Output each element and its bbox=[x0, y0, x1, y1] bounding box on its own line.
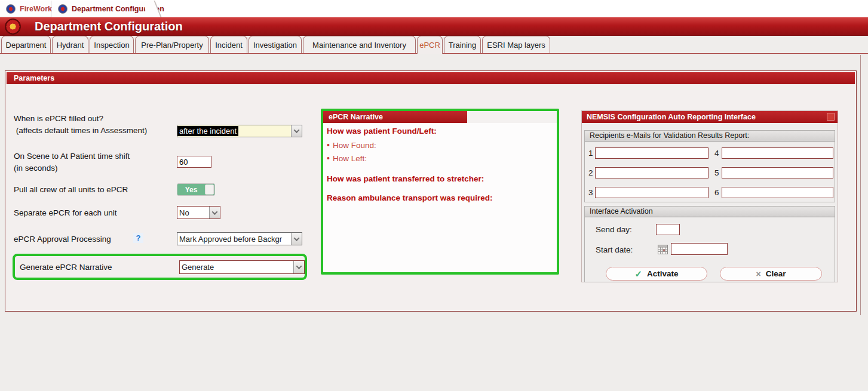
separate-epcr-dropdown[interactable]: No bbox=[177, 206, 220, 219]
page-title: Department Configuration bbox=[35, 20, 183, 33]
tab-inspection[interactable]: Inspection bbox=[90, 36, 134, 54]
x-icon: × bbox=[756, 269, 761, 279]
email-slot-number: 3 bbox=[588, 188, 593, 197]
close-icon[interactable] bbox=[827, 113, 835, 121]
pull-crew-toggle[interactable]: Yes bbox=[177, 183, 215, 196]
narrative-line: How was patient Found/Left: bbox=[327, 127, 437, 136]
narrative-line: How Left: bbox=[327, 153, 367, 163]
content-right-border bbox=[860, 55, 861, 315]
when-filled-value: after the incident bbox=[177, 126, 238, 136]
start-date-input[interactable] bbox=[671, 243, 728, 255]
nemsis-panel: NEMSIS Configuration Auto Reporting Inte… bbox=[581, 110, 838, 282]
approval-processing-dropdown[interactable]: Mark Approved before Backgr bbox=[177, 232, 302, 245]
email-input-3[interactable] bbox=[595, 187, 708, 198]
calendar-icon[interactable] bbox=[658, 244, 668, 254]
when-filled-label-line2: (affects default times in Assessment) bbox=[14, 126, 147, 135]
chevron-down-icon bbox=[294, 127, 300, 133]
email-input-4[interactable] bbox=[722, 147, 833, 159]
time-shift-label: On Scene to At Patient time shift(in sec… bbox=[14, 150, 130, 174]
email-input-1[interactable] bbox=[595, 147, 708, 159]
tab-maintenance-and-inventory[interactable]: Maintenance and Inventory bbox=[303, 36, 416, 54]
tab-investigation[interactable]: Investigation bbox=[249, 36, 302, 54]
email-slot-number: 5 bbox=[714, 168, 719, 177]
time-shift-label-line1: On Scene to At Patient time shift bbox=[14, 152, 130, 161]
recipients-group: Recipients e-Mails for Validation Result… bbox=[584, 130, 835, 202]
window-tab-department-configuration[interactable]: Department Configuration bbox=[52, 1, 152, 17]
narrative-line: How Found: bbox=[327, 140, 376, 150]
narrative-line: Reason ambulance transport was required: bbox=[327, 193, 493, 202]
approval-processing-value: Mark Approved before Backgr bbox=[177, 235, 282, 244]
tab-epcr[interactable]: ePCR bbox=[417, 36, 443, 54]
generate-narrative-dropdown[interactable]: Generate bbox=[179, 260, 305, 274]
separate-epcr-label: Separate ePCR for each unit bbox=[14, 207, 117, 219]
window-tab-strip: FireWorks Department Configuration bbox=[0, 0, 868, 17]
when-filled-label: When is ePCR filled out? (affects defaul… bbox=[14, 113, 147, 137]
when-filled-label-line1: When is ePCR filled out? bbox=[14, 114, 103, 123]
window-tab-fireworks[interactable]: FireWorks bbox=[0, 1, 51, 17]
tab-training[interactable]: Training bbox=[444, 36, 481, 54]
tab-department[interactable]: Department bbox=[1, 36, 51, 54]
recipients-group-header: Recipients e-Mails for Validation Result… bbox=[585, 131, 835, 141]
help-icon[interactable]: ? bbox=[133, 233, 143, 243]
when-filled-dropdown[interactable]: after the incident bbox=[177, 125, 302, 137]
approval-processing-label: ePCR Approval Processing bbox=[14, 233, 111, 245]
email-input-5[interactable] bbox=[722, 167, 833, 178]
pull-crew-label: Pull all crew of all units to ePCR bbox=[14, 184, 128, 196]
clear-button-label: Clear bbox=[766, 269, 786, 278]
time-shift-input[interactable] bbox=[177, 156, 211, 168]
separate-epcr-value: No bbox=[177, 208, 189, 217]
dropdown-button[interactable] bbox=[209, 207, 220, 218]
clear-button[interactable]: × Clear bbox=[720, 267, 822, 281]
time-shift-label-line2: (in seconds) bbox=[14, 164, 58, 173]
interface-activation-group: Interface Activation Send day: Start dat… bbox=[584, 206, 835, 282]
tab-incident[interactable]: Incident bbox=[210, 36, 247, 54]
epcr-narrative-panel: ePCR Narrative How was patient Found/Lef… bbox=[321, 109, 559, 275]
send-day-input[interactable] bbox=[656, 224, 680, 235]
activate-button-label: Activate bbox=[647, 269, 679, 278]
fire-badge-icon bbox=[6, 4, 16, 14]
chevron-down-icon bbox=[212, 209, 218, 215]
send-day-label: Send day: bbox=[596, 225, 632, 234]
window-tab-label: FireWorks bbox=[20, 5, 56, 13]
tab-esri-map-layers[interactable]: ESRI Map layers bbox=[482, 36, 550, 54]
department-logo-icon bbox=[5, 19, 21, 35]
toggle-knob bbox=[205, 184, 214, 195]
email-slot-number: 1 bbox=[588, 149, 593, 158]
email-slot-number: 6 bbox=[714, 188, 719, 197]
activate-button[interactable]: ✓ Activate bbox=[606, 267, 707, 281]
dropdown-button[interactable] bbox=[291, 233, 302, 245]
narrative-panel-header: ePCR Narrative bbox=[323, 111, 467, 123]
start-date-label: Start date: bbox=[596, 245, 633, 254]
generate-narrative-value: Generate bbox=[180, 263, 214, 272]
fire-badge-icon bbox=[58, 4, 68, 14]
nemsis-panel-header: NEMSIS Configuration Auto Reporting Inte… bbox=[582, 111, 838, 123]
pull-crew-toggle-value: Yes bbox=[177, 184, 205, 195]
window-tab-label: Department Configuration bbox=[72, 5, 164, 13]
email-slot-number: 2 bbox=[588, 168, 593, 177]
interface-activation-header: Interface Activation bbox=[585, 207, 835, 217]
dropdown-button[interactable] bbox=[293, 261, 304, 273]
email-slot-number: 4 bbox=[714, 149, 719, 158]
chevron-down-icon bbox=[294, 235, 300, 241]
generate-narrative-label: Generate ePCR Narrative bbox=[20, 261, 112, 273]
parameters-header: Parameters bbox=[7, 72, 855, 84]
check-icon: ✓ bbox=[634, 269, 642, 279]
dropdown-button[interactable] bbox=[291, 125, 302, 137]
generate-narrative-highlight: Generate ePCR Narrative Generate bbox=[13, 254, 307, 280]
email-input-6[interactable] bbox=[722, 187, 833, 198]
chevron-down-icon bbox=[296, 263, 302, 269]
narrative-line: How was patient transferred to stretcher… bbox=[327, 174, 484, 183]
email-input-2[interactable] bbox=[595, 167, 708, 178]
tab-pre-plan-property[interactable]: Pre-Plan/Property bbox=[135, 36, 209, 54]
tab-hydrant[interactable]: Hydrant bbox=[52, 36, 88, 54]
